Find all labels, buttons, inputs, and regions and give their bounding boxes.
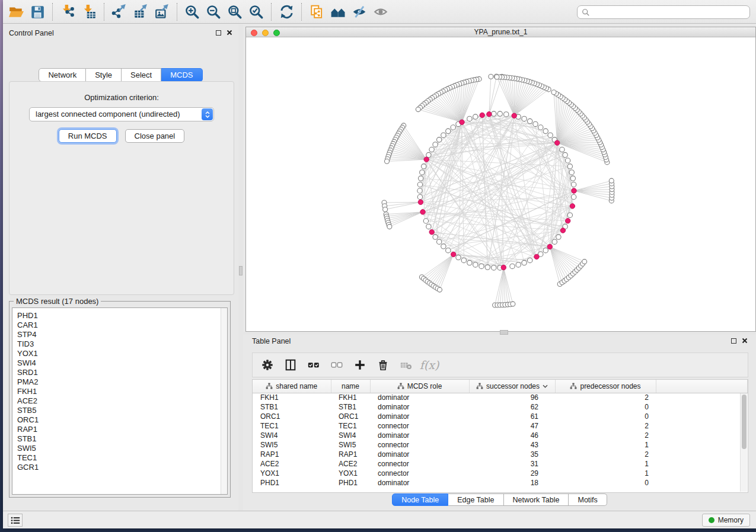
column-header-successor-nodes[interactable]: successor nodes — [469, 380, 555, 393]
mcds-node-item[interactable]: YOX1 — [17, 349, 227, 358]
zoom-out-button[interactable] — [203, 2, 224, 21]
table-row[interactable]: ORC1ORC1dominator610 — [253, 412, 748, 421]
zoom-fit-icon — [227, 4, 243, 20]
mcds-node-item[interactable]: PHD1 — [17, 311, 227, 321]
network-window-titlebar[interactable]: YPA_prune.txt_1 — [246, 27, 755, 37]
splitter-grip[interactable] — [239, 266, 243, 275]
column-header-name[interactable]: name — [331, 380, 370, 393]
mcds-node-item[interactable]: ORC1 — [17, 415, 227, 425]
mcds-node-item[interactable]: GCR1 — [17, 463, 227, 472]
open-folder-button[interactable] — [5, 2, 27, 21]
mcds-node-item[interactable]: ACE2 — [17, 396, 227, 406]
delete-column-button[interactable] — [374, 356, 392, 374]
namespace-icon — [476, 383, 483, 390]
minimize-window-icon[interactable] — [262, 30, 269, 36]
export-image-icon — [154, 4, 170, 20]
close-panel-button[interactable]: Close panel — [125, 129, 185, 143]
search-input[interactable] — [590, 6, 749, 18]
tab-network-table[interactable]: Network Table — [504, 493, 569, 506]
mcds-node-item[interactable]: STP4 — [17, 330, 227, 339]
tab-style[interactable]: Style — [86, 68, 122, 82]
export-image-button[interactable] — [151, 2, 173, 21]
mcds-result-list[interactable]: PHD1CAR1STP4TID3YOX1SWI4SRD1PMA2FKH1ACE2… — [12, 307, 228, 495]
network-graph[interactable] — [246, 37, 755, 331]
table-panel-title: Table Panel — [252, 337, 291, 345]
column-header-MCDS-role[interactable]: MCDS role — [370, 380, 469, 393]
refresh-button[interactable] — [276, 2, 297, 21]
tab-select[interactable]: Select — [122, 68, 161, 82]
status-menu-button[interactable] — [8, 514, 23, 527]
hide-selected-button[interactable] — [349, 2, 370, 21]
memory-button[interactable]: Memory — [702, 514, 750, 527]
zoom-selected-button[interactable] — [245, 2, 267, 21]
optimization-criterion-select[interactable]: largest connected component (undirected) — [29, 107, 214, 121]
mcds-result-title: MCDS result (17 nodes) — [14, 297, 101, 306]
import-table-button[interactable] — [78, 2, 100, 21]
select-all-button[interactable] — [305, 356, 323, 374]
mcds-node-item[interactable]: STB1 — [17, 434, 227, 444]
table-row[interactable]: RAP1RAP1dominator352 — [253, 450, 748, 459]
status-bar: Memory — [3, 511, 756, 528]
result-scrollbar[interactable] — [221, 308, 227, 494]
tab-motifs[interactable]: Motifs — [569, 493, 607, 506]
float-panel-icon[interactable] — [216, 30, 221, 36]
new-network-from-selection-button[interactable] — [306, 2, 327, 21]
tab-network[interactable]: Network — [39, 68, 86, 82]
gear-button[interactable] — [259, 356, 276, 374]
mcds-node-item[interactable]: SWI4 — [17, 358, 227, 368]
mcds-node-item[interactable]: SWI5 — [17, 444, 227, 453]
table-row[interactable]: SWI5SWI5connector431 — [253, 440, 748, 450]
mcds-node-item[interactable]: CAR1 — [17, 321, 227, 330]
column-header-predecessor-nodes[interactable]: predecessor nodes — [555, 380, 656, 393]
splitter-grip[interactable] — [500, 330, 508, 335]
table-row[interactable]: PHD1PHD1dominator180 — [253, 478, 748, 488]
first-neighbors-button[interactable] — [327, 2, 349, 21]
run-mcds-button[interactable]: Run MCDS — [59, 129, 117, 143]
column-header-shared-name[interactable]: shared name — [253, 380, 331, 393]
network-canvas[interactable] — [246, 37, 755, 331]
tab-node-table[interactable]: Node Table — [392, 493, 448, 506]
open-folder-icon — [8, 4, 24, 20]
table-row[interactable]: SWI4SWI4dominator462 — [253, 431, 748, 440]
search-field[interactable] — [577, 5, 750, 19]
mcds-node-item[interactable]: RAP1 — [17, 425, 227, 434]
import-network-button[interactable] — [57, 2, 78, 21]
save-button[interactable] — [27, 2, 48, 21]
table-row[interactable]: STB1STB1dominator620 — [253, 402, 748, 412]
close-window-icon[interactable] — [251, 30, 257, 36]
vertical-splitter[interactable] — [238, 24, 243, 511]
table-row[interactable]: TEC1TEC1connector472 — [253, 421, 748, 431]
zoom-in-button[interactable] — [181, 2, 203, 21]
mcds-node-item[interactable]: STB5 — [17, 406, 227, 415]
table-row[interactable]: YOX1YOX1connector291 — [253, 469, 748, 478]
table-scrollbar[interactable] — [740, 393, 747, 492]
table-row[interactable]: FKH1FKH1dominator962 — [253, 393, 748, 402]
table-tabs: Node TableEdge TableNetwork TableMotifs — [243, 493, 756, 506]
export-network-button[interactable] — [109, 2, 130, 21]
show-all-button[interactable] — [370, 2, 391, 21]
clear-selection-button[interactable] — [328, 356, 346, 374]
node-table[interactable]: shared namenameMCDS rolesuccessor nodesp… — [252, 379, 748, 493]
tab-edge-table[interactable]: Edge Table — [448, 493, 503, 506]
control-panel-title: Control Panel — [9, 29, 54, 37]
add-column-button[interactable] — [351, 356, 369, 374]
mcds-node-item[interactable]: TEC1 — [17, 453, 227, 463]
close-panel-icon[interactable] — [227, 30, 232, 36]
network-window-title: YPA_prune.txt_1 — [246, 27, 755, 37]
mcds-node-item[interactable]: TID3 — [17, 339, 227, 349]
mcds-node-item[interactable]: SRD1 — [17, 368, 227, 377]
export-table-button[interactable] — [130, 2, 151, 21]
table-row[interactable]: ACE2ACE2connector311 — [253, 459, 748, 469]
zoom-selected-icon — [248, 4, 264, 20]
scrollbar-thumb[interactable] — [742, 395, 747, 449]
table-panel: Table Panel f(x) shared namenameMCDS rol… — [243, 335, 756, 511]
tab-mcds[interactable]: MCDS — [161, 68, 202, 82]
column-pane-button[interactable] — [282, 356, 299, 374]
mcds-node-item[interactable]: FKH1 — [17, 387, 227, 396]
zoom-fit-button[interactable] — [224, 2, 245, 21]
control-panel: Control Panel NetworkStyleSelectMCDS Opt… — [3, 24, 238, 511]
float-panel-icon[interactable] — [731, 338, 736, 344]
mcds-node-item[interactable]: PMA2 — [17, 377, 227, 387]
close-panel-icon[interactable] — [742, 338, 748, 344]
maximize-window-icon[interactable] — [273, 30, 280, 36]
